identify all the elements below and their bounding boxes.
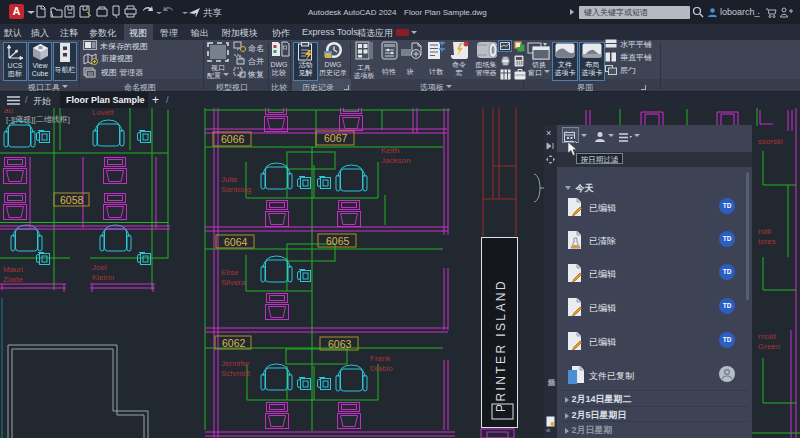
svg-text:Diablo: Diablo (370, 364, 393, 373)
svg-text:6058: 6058 (60, 194, 84, 206)
svg-text:au: au (4, 108, 13, 115)
svg-text:Elise: Elise (221, 268, 239, 277)
svg-text:Ziade: Ziade (3, 275, 24, 284)
svg-text:Joel: Joel (92, 263, 107, 272)
svg-text:6067: 6067 (324, 132, 348, 144)
svg-text:Silvera: Silvera (221, 278, 246, 287)
svg-text:6064: 6064 (224, 236, 248, 248)
svg-text:ssorski: ssorski (758, 137, 783, 146)
svg-text:Mauri: Mauri (3, 265, 23, 274)
svg-text:Sanborg: Sanborg (221, 185, 251, 194)
svg-text:rotti: rotti (758, 227, 772, 236)
svg-text:6066: 6066 (221, 133, 245, 145)
svg-text:6062: 6062 (222, 337, 246, 349)
svg-text:Schmidt: Schmidt (221, 369, 251, 378)
svg-text:Jackson: Jackson (381, 156, 410, 165)
svg-text:PRINTER ISLAND: PRINTER ISLAND (494, 279, 508, 412)
svg-text:tores: tores (758, 237, 776, 246)
svg-text:rnold: rnold (758, 332, 776, 341)
svg-text:6063: 6063 (328, 338, 352, 350)
svg-text:Julie: Julie (221, 175, 238, 184)
svg-text:Green: Green (758, 342, 780, 351)
svg-text:Jennifer: Jennifer (221, 359, 250, 368)
svg-text:6065: 6065 (326, 235, 350, 247)
svg-text:Keith: Keith (381, 146, 399, 155)
svg-text:Kleinn: Kleinn (92, 273, 114, 282)
svg-text:Lovett: Lovett (92, 108, 115, 117)
svg-text:Frank: Frank (370, 354, 391, 363)
